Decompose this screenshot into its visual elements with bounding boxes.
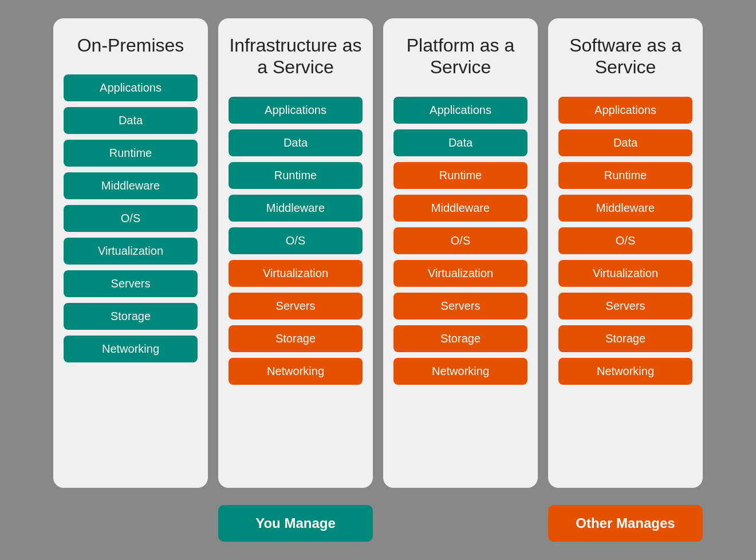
column-card-on-premises: On-PremisesApplicationsDataRuntimeMiddle… <box>53 18 208 488</box>
item-badge-paas-2: Runtime <box>393 162 527 189</box>
item-badge-iaas-1: Data <box>229 129 363 156</box>
item-badge-saas-7: Storage <box>558 325 692 352</box>
main-container: On-PremisesApplicationsDataRuntimeMiddle… <box>0 7 756 553</box>
item-badge-paas-1: Data <box>393 129 527 156</box>
item-badge-on-premises-3: Middleware <box>64 172 198 199</box>
item-badge-paas-3: Middleware <box>393 195 527 222</box>
item-badge-iaas-5: Virtualization <box>229 260 363 287</box>
item-badge-iaas-3: Middleware <box>229 195 363 222</box>
column-card-saas: Software as a ServiceApplicationsDataRun… <box>548 18 703 488</box>
item-badge-iaas-0: Applications <box>229 97 363 124</box>
items-list-paas: ApplicationsDataRuntimeMiddlewareO/SVirt… <box>393 97 527 385</box>
item-badge-paas-6: Servers <box>393 293 527 320</box>
footer-spacer-2 <box>383 505 538 542</box>
item-badge-paas-0: Applications <box>393 97 527 124</box>
item-badge-on-premises-4: O/S <box>64 205 198 232</box>
item-badge-paas-7: Storage <box>393 325 527 352</box>
column-title-on-premises: On-Premises <box>77 34 184 56</box>
item-badge-paas-8: Networking <box>393 358 527 385</box>
items-list-saas: ApplicationsDataRuntimeMiddlewareO/SVirt… <box>558 97 692 385</box>
column-title-saas: Software as a Service <box>558 34 692 78</box>
item-badge-on-premises-2: Runtime <box>64 140 198 167</box>
items-list-iaas: ApplicationsDataRuntimeMiddlewareO/SVirt… <box>229 97 363 385</box>
item-badge-saas-3: Middleware <box>558 195 692 222</box>
item-badge-iaas-4: O/S <box>229 227 363 254</box>
item-badge-saas-4: O/S <box>558 227 692 254</box>
item-badge-on-premises-6: Servers <box>64 270 198 297</box>
column-title-iaas: Infrastructure as a Service <box>229 34 363 78</box>
item-badge-saas-8: Networking <box>558 358 692 385</box>
item-badge-paas-5: Virtualization <box>393 260 527 287</box>
item-badge-paas-4: O/S <box>393 227 527 254</box>
columns-row: On-PremisesApplicationsDataRuntimeMiddle… <box>11 18 745 488</box>
item-badge-iaas-7: Storage <box>229 325 363 352</box>
item-badge-iaas-2: Runtime <box>229 162 363 189</box>
column-title-paas: Platform as a Service <box>393 34 527 78</box>
you-manage-badge: You Manage <box>218 505 373 542</box>
item-badge-saas-0: Applications <box>558 97 692 124</box>
item-badge-saas-6: Servers <box>558 293 692 320</box>
other-manages-badge: Other Manages <box>548 505 703 542</box>
column-card-iaas: Infrastructure as a ServiceApplicationsD… <box>218 18 373 488</box>
item-badge-on-premises-8: Networking <box>64 336 198 362</box>
item-badge-saas-2: Runtime <box>558 162 692 189</box>
item-badge-on-premises-7: Storage <box>64 303 198 330</box>
item-badge-on-premises-1: Data <box>64 107 198 134</box>
items-list-on-premises: ApplicationsDataRuntimeMiddlewareO/SVirt… <box>64 74 198 362</box>
footer-row: You ManageOther Manages <box>11 505 745 542</box>
item-badge-on-premises-5: Virtualization <box>64 238 198 265</box>
footer-spacer-0 <box>53 505 208 542</box>
item-badge-on-premises-0: Applications <box>64 74 198 101</box>
item-badge-saas-1: Data <box>558 129 692 156</box>
column-card-paas: Platform as a ServiceApplicationsDataRun… <box>383 18 538 488</box>
item-badge-iaas-8: Networking <box>229 358 363 385</box>
item-badge-iaas-6: Servers <box>229 293 363 320</box>
item-badge-saas-5: Virtualization <box>558 260 692 287</box>
